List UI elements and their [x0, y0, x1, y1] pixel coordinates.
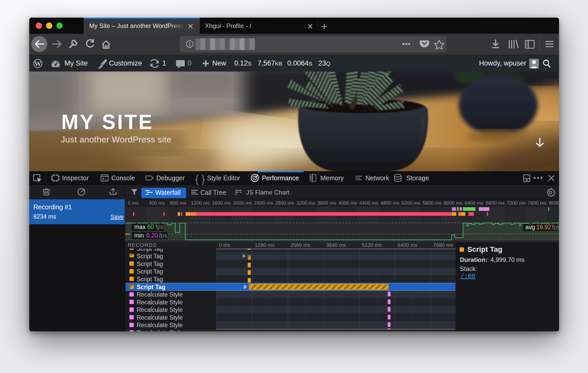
svg-text:4400 ms: 4400 ms: [359, 200, 378, 206]
svg-text:3200 ms: 3200 ms: [296, 200, 315, 206]
svg-text:Script Tag: Script Tag: [137, 268, 163, 275]
svg-text:2400 ms: 2400 ms: [254, 200, 273, 206]
svg-text:19.92: 19.92: [536, 224, 551, 231]
svg-text:6400 ms: 6400 ms: [398, 242, 417, 248]
svg-text:8000: 8000: [549, 200, 559, 206]
svg-text:7200 ms: 7200 ms: [507, 200, 526, 206]
svg-text:W: W: [34, 60, 41, 68]
svg-text:Script Tag: Script Tag: [137, 253, 163, 260]
svg-text:Recalculate Style: Recalculate Style: [137, 314, 183, 321]
svg-text:3600 ms: 3600 ms: [317, 200, 336, 206]
svg-text:Recalculate Style: Recalculate Style: [137, 329, 183, 331]
svg-text:800 ms: 800 ms: [170, 200, 186, 206]
svg-text:2000 ms: 2000 ms: [233, 200, 252, 206]
svg-text:0.20: 0.20: [146, 232, 158, 239]
svg-text:6400 ms: 6400 ms: [465, 200, 483, 206]
svg-text:3840 ms: 3840 ms: [326, 242, 346, 248]
svg-text:7600 ms: 7600 ms: [528, 200, 547, 206]
svg-text:1280 ms: 1280 ms: [255, 242, 275, 248]
svg-text:0 ms: 0 ms: [219, 242, 230, 248]
svg-text:Script Tag: Script Tag: [137, 276, 163, 283]
svg-text:60: 60: [147, 224, 154, 230]
svg-text:fps: fps: [156, 224, 164, 230]
svg-text:5200 ms: 5200 ms: [401, 200, 420, 206]
svg-text:1600 ms: 1600 ms: [212, 200, 231, 206]
svg-text:Script Tag: Script Tag: [137, 284, 165, 290]
svg-text:6000 ms: 6000 ms: [444, 200, 462, 206]
svg-text:Script Tag: Script Tag: [137, 261, 163, 267]
svg-text:1200 ms: 1200 ms: [191, 200, 210, 206]
svg-text:/:60: /:60: [460, 273, 475, 280]
svg-text:min: min: [134, 232, 144, 239]
svg-text:2800 ms: 2800 ms: [275, 200, 294, 206]
svg-text:fps: fps: [552, 224, 559, 231]
svg-text:4,999.70 ms: 4,999.70 ms: [490, 256, 525, 263]
svg-text:0 ms: 0 ms: [128, 200, 138, 206]
svg-text:avg: avg: [525, 224, 535, 231]
svg-text:5600 ms: 5600 ms: [423, 200, 442, 206]
svg-text:2560 ms: 2560 ms: [290, 242, 310, 248]
svg-text:4000 ms: 4000 ms: [338, 200, 357, 206]
svg-text:400 ms: 400 ms: [149, 200, 165, 206]
svg-text:Duration:: Duration:: [460, 256, 488, 263]
svg-text:Recalculate Style: Recalculate Style: [137, 322, 183, 328]
svg-text:Recalculate Style: Recalculate Style: [137, 299, 183, 306]
svg-text:5120 ms: 5120 ms: [362, 242, 382, 248]
svg-text:Recalculate Style: Recalculate Style: [137, 306, 183, 313]
svg-text:RECORDS: RECORDS: [128, 242, 157, 248]
svg-text:Stack:: Stack:: [460, 265, 477, 272]
svg-text:7680 ms: 7680 ms: [433, 242, 453, 248]
svg-text:6800 ms: 6800 ms: [486, 200, 505, 206]
svg-text:fps: fps: [159, 232, 167, 239]
svg-text:Script Tag: Script Tag: [467, 245, 502, 253]
svg-text:Recalculate Style: Recalculate Style: [137, 291, 183, 298]
svg-text:4800 ms: 4800 ms: [380, 200, 399, 206]
svg-text:max: max: [134, 224, 146, 230]
